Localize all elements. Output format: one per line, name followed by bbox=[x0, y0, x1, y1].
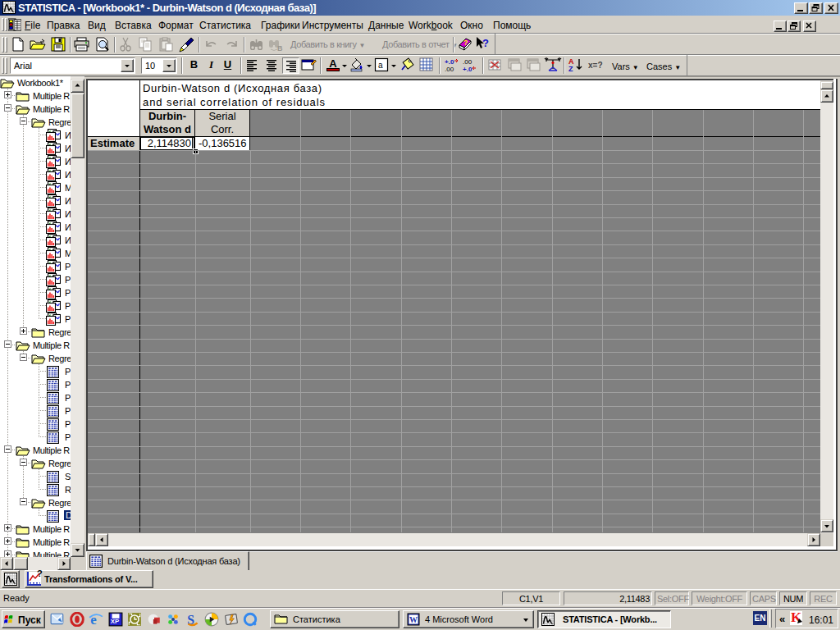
svg-text:+.0: +.0 bbox=[463, 66, 472, 72]
svg-text:?: ? bbox=[482, 37, 489, 49]
svg-text:a: a bbox=[378, 61, 383, 70]
svg-text:.00: .00 bbox=[463, 58, 472, 66]
svg-text:+.0: +.0 bbox=[445, 58, 454, 66]
svg-text:W: W bbox=[409, 615, 418, 624]
svg-text:B: B bbox=[277, 44, 283, 52]
svg-text:Z: Z bbox=[568, 65, 573, 72]
svg-text:?: ? bbox=[463, 39, 468, 47]
svg-text:.00: .00 bbox=[445, 66, 454, 72]
svg-text:XP: XP bbox=[110, 618, 118, 625]
